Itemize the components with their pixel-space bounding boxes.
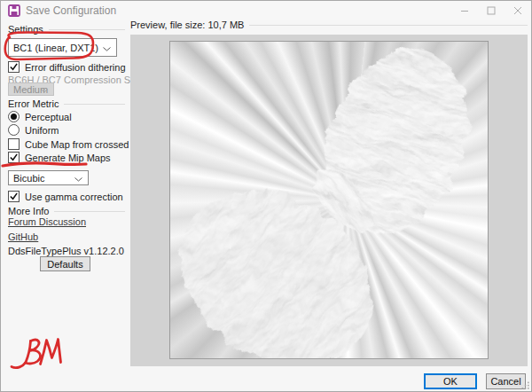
minimize-button[interactable] <box>451 1 478 20</box>
uniform-radio[interactable]: Uniform <box>8 124 59 136</box>
checkbox-checked-icon <box>8 61 20 73</box>
window-title: Save Configuration <box>26 1 116 20</box>
uniform-label: Uniform <box>25 125 59 136</box>
more-info-label: More Info <box>8 206 49 216</box>
preview-header-label: Preview, file size: 10,7 MB <box>130 20 244 30</box>
mip-filter-value: Bicubic <box>13 173 44 184</box>
save-configuration-dialog: Save Configuration Settings BC1 (Linear,… <box>0 0 532 392</box>
error-diffusion-checkbox[interactable]: Error diffusion dithering <box>8 61 126 73</box>
close-button[interactable] <box>505 1 531 20</box>
more-info-header: More Info <box>8 206 125 216</box>
perceptual-label: Perceptual <box>25 112 72 122</box>
gamma-correction-checkbox[interactable]: Use gamma correction <box>8 191 123 202</box>
window-controls <box>451 1 531 20</box>
perceptual-radio[interactable]: Perceptual <box>8 111 72 122</box>
checkbox-unchecked-icon <box>8 138 20 150</box>
radio-selected-icon <box>8 111 20 122</box>
error-metric-label: Error Metric <box>8 98 59 109</box>
error-diffusion-label: Error diffusion dithering <box>25 62 126 73</box>
save-floppy-icon <box>8 4 20 17</box>
preview-image <box>169 41 489 359</box>
preview-texture-blobs <box>170 42 489 359</box>
compression-speed-combobox: Medium <box>8 82 54 96</box>
close-icon <box>513 6 522 15</box>
settings-section-label: Settings <box>8 24 43 35</box>
maximize-icon <box>487 6 496 15</box>
checkbox-checked-icon <box>8 191 20 202</box>
defaults-button[interactable]: Defaults <box>40 256 90 271</box>
format-combobox[interactable]: BC1 (Linear, DXT1) <box>8 38 117 57</box>
chevron-down-icon <box>103 43 111 53</box>
divider <box>64 104 125 105</box>
divider <box>49 29 125 30</box>
titlebar: Save Configuration <box>1 1 531 20</box>
generate-mip-maps-label: Generate Mip Maps <box>25 153 111 163</box>
preview-header: Preview, file size: 10,7 MB <box>130 20 528 30</box>
chevron-down-icon <box>41 84 48 95</box>
divider <box>54 211 125 212</box>
plugin-version: DdsFileTypePlus v1.12.2.0 <box>8 246 124 256</box>
resize-grip[interactable] <box>520 380 529 389</box>
annotation-underline <box>3 163 86 166</box>
radio-unselected-icon <box>8 124 20 136</box>
ok-button[interactable]: OK <box>424 373 477 389</box>
generate-mip-maps-checkbox[interactable]: Generate Mip Maps <box>8 152 111 163</box>
mip-filter-combobox[interactable]: Bicubic <box>8 170 89 185</box>
annotation-initials <box>12 340 61 368</box>
error-metric-header: Error Metric <box>8 98 125 109</box>
forum-discussion-link[interactable]: Forum Discussion <box>8 216 86 227</box>
format-value: BC1 (Linear, DXT1) <box>13 43 98 53</box>
divider <box>249 25 528 26</box>
maximize-button[interactable] <box>478 1 505 20</box>
settings-section-header: Settings <box>8 24 125 35</box>
chevron-down-icon <box>74 173 82 184</box>
minimize-icon <box>460 6 469 15</box>
gamma-correction-label: Use gamma correction <box>25 192 123 202</box>
checkbox-checked-icon <box>8 152 20 163</box>
github-link[interactable]: GitHub <box>8 231 38 242</box>
